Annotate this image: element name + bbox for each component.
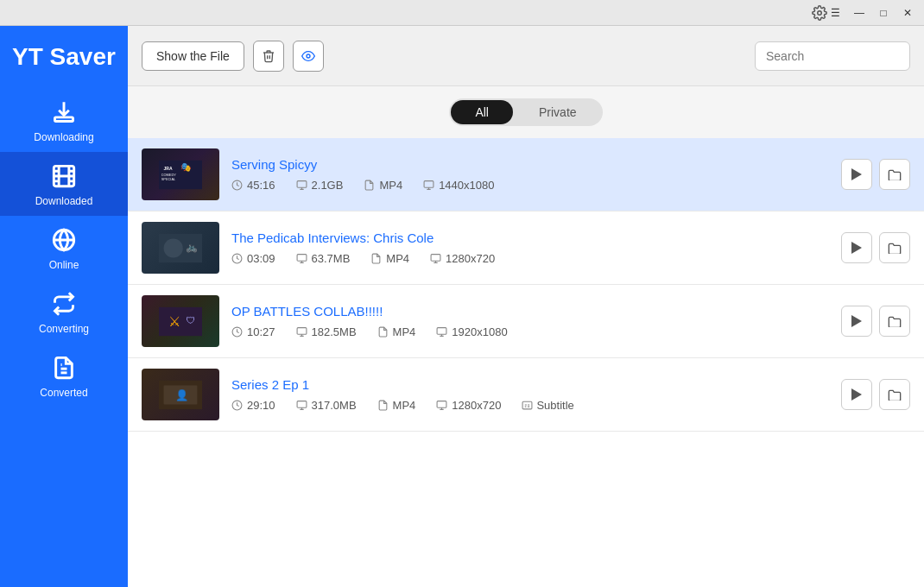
app-title: YT Saver bbox=[0, 35, 128, 88]
svg-rect-21 bbox=[431, 255, 440, 262]
video-meta: 03:09 63.7MB MP4 1280x720 bbox=[231, 252, 829, 265]
video-meta: 29:10 317.0MB MP4 1280x720 bbox=[231, 399, 829, 412]
video-thumbnail: JRA COMEDY SPECIAL 🎭 bbox=[142, 148, 219, 200]
show-file-button[interactable]: Show the File bbox=[142, 41, 244, 71]
duration-item: 45:16 bbox=[231, 179, 275, 192]
convert-icon bbox=[48, 288, 79, 319]
film-icon bbox=[48, 161, 79, 192]
downloading-label: Downloading bbox=[34, 131, 93, 143]
video-title: The Pedicab Interviews: Chris Cole bbox=[231, 230, 829, 245]
main-layout: YT Saver Downloading Downloaded bbox=[0, 26, 924, 587]
converted-label: Converted bbox=[40, 387, 87, 399]
svg-rect-27 bbox=[297, 328, 307, 335]
video-thumbnail: 👤 bbox=[142, 369, 219, 420]
downloaded-label: Downloaded bbox=[35, 195, 93, 207]
svg-point-0 bbox=[818, 10, 822, 15]
svg-marker-29 bbox=[851, 315, 862, 327]
table-row: 👤 Series 2 Ep 1 29:10 317.0MB bbox=[128, 358, 924, 432]
folder-button[interactable] bbox=[879, 379, 910, 410]
svg-text:🛡: 🛡 bbox=[186, 315, 195, 325]
format-item: MP4 bbox=[377, 399, 416, 412]
resolution-item: 1280x720 bbox=[430, 252, 495, 265]
sidebar: YT Saver Downloading Downloaded bbox=[0, 26, 128, 587]
svg-rect-20 bbox=[297, 255, 307, 262]
format-item: MP4 bbox=[364, 179, 402, 192]
close-button[interactable]: ✕ bbox=[898, 3, 917, 22]
video-title: Serving Spicyy bbox=[231, 157, 829, 172]
svg-marker-37 bbox=[851, 388, 862, 401]
svg-text:👤: 👤 bbox=[175, 388, 189, 401]
gear-icon[interactable] bbox=[810, 3, 829, 22]
play-button[interactable] bbox=[841, 306, 872, 337]
svg-point-6 bbox=[307, 54, 310, 58]
video-actions bbox=[841, 379, 910, 410]
folder-button[interactable] bbox=[879, 159, 910, 190]
content-area: Show the File All bbox=[128, 26, 924, 587]
table-row: ⚔ 🛡 OP BATTLES COLLAB!!!!! 10:27 182.5MB bbox=[128, 285, 924, 358]
filter-tab-all[interactable]: All bbox=[451, 100, 513, 124]
format-item: MP4 bbox=[377, 325, 416, 338]
svg-rect-34 bbox=[297, 401, 307, 408]
online-label: Online bbox=[49, 259, 79, 271]
size-item: 63.7MB bbox=[296, 252, 351, 265]
folder-button[interactable] bbox=[879, 232, 910, 263]
sidebar-item-downloaded[interactable]: Downloaded bbox=[0, 152, 128, 216]
svg-text:⚔: ⚔ bbox=[168, 314, 180, 329]
format-item: MP4 bbox=[370, 252, 409, 265]
play-button[interactable] bbox=[841, 159, 872, 190]
eye-button[interactable] bbox=[293, 41, 324, 72]
subtitle-badge: Subtitle bbox=[522, 399, 573, 412]
search-input[interactable] bbox=[755, 41, 910, 71]
folder-button[interactable] bbox=[879, 306, 910, 337]
svg-point-17 bbox=[164, 238, 183, 257]
resolution-item: 1440x1080 bbox=[423, 179, 494, 192]
table-row: JRA COMEDY SPECIAL 🎭 Serving Spicyy 45:1… bbox=[128, 138, 924, 211]
duration-item: 10:27 bbox=[231, 325, 275, 338]
video-actions bbox=[841, 232, 910, 263]
play-button[interactable] bbox=[841, 232, 872, 263]
video-info: Serving Spicyy 45:16 2.1GB MP4 bbox=[231, 157, 829, 192]
sidebar-item-converted[interactable]: Converted bbox=[0, 344, 128, 407]
video-thumbnail: 🚲 bbox=[142, 222, 219, 274]
video-meta: 45:16 2.1GB MP4 1440x1080 bbox=[231, 179, 829, 192]
video-title: Series 2 Ep 1 bbox=[231, 377, 829, 392]
svg-marker-22 bbox=[851, 242, 862, 254]
svg-rect-28 bbox=[437, 328, 446, 335]
delete-button[interactable] bbox=[253, 41, 284, 72]
play-button[interactable] bbox=[841, 379, 872, 410]
svg-marker-15 bbox=[851, 168, 862, 180]
video-actions bbox=[841, 306, 910, 337]
video-meta: 10:27 182.5MB MP4 1920x1080 bbox=[231, 325, 829, 338]
svg-rect-36 bbox=[523, 401, 533, 409]
titlebar: ☰ — □ ✕ bbox=[0, 0, 924, 26]
video-title: OP BATTLES COLLAB!!!!! bbox=[231, 304, 829, 319]
svg-rect-1 bbox=[55, 117, 73, 122]
svg-text:🚲: 🚲 bbox=[186, 241, 198, 253]
table-row: 🚲 The Pedicab Interviews: Chris Cole 03:… bbox=[128, 211, 924, 285]
duration-item: 29:10 bbox=[231, 399, 275, 412]
maximize-button[interactable]: □ bbox=[874, 3, 893, 22]
svg-rect-13 bbox=[297, 181, 307, 188]
minimize-button[interactable]: — bbox=[850, 3, 869, 22]
video-info: The Pedicab Interviews: Chris Cole 03:09… bbox=[231, 230, 829, 265]
sidebar-item-online[interactable]: Online bbox=[0, 216, 128, 280]
converting-label: Converting bbox=[39, 323, 89, 335]
converted-icon bbox=[48, 352, 79, 383]
sidebar-item-converting[interactable]: Converting bbox=[0, 280, 128, 344]
filter-tab-private[interactable]: Private bbox=[515, 100, 601, 124]
size-item: 317.0MB bbox=[296, 399, 357, 412]
toolbar: Show the File bbox=[128, 26, 924, 86]
svg-text:JRA: JRA bbox=[164, 165, 173, 170]
duration-item: 03:09 bbox=[231, 252, 275, 265]
video-thumbnail: ⚔ 🛡 bbox=[142, 295, 219, 347]
svg-rect-14 bbox=[424, 181, 434, 188]
video-info: OP BATTLES COLLAB!!!!! 10:27 182.5MB bbox=[231, 304, 829, 338]
sidebar-item-downloading[interactable]: Downloading bbox=[0, 88, 128, 152]
download-icon bbox=[48, 97, 79, 128]
svg-text:SPECIAL: SPECIAL bbox=[161, 177, 176, 181]
svg-text:🎭: 🎭 bbox=[180, 161, 192, 172]
filter-tab-group: All Private bbox=[449, 98, 602, 126]
size-item: 182.5MB bbox=[296, 325, 357, 338]
size-item: 2.1GB bbox=[296, 179, 344, 192]
resolution-item: 1280x720 bbox=[436, 399, 501, 412]
